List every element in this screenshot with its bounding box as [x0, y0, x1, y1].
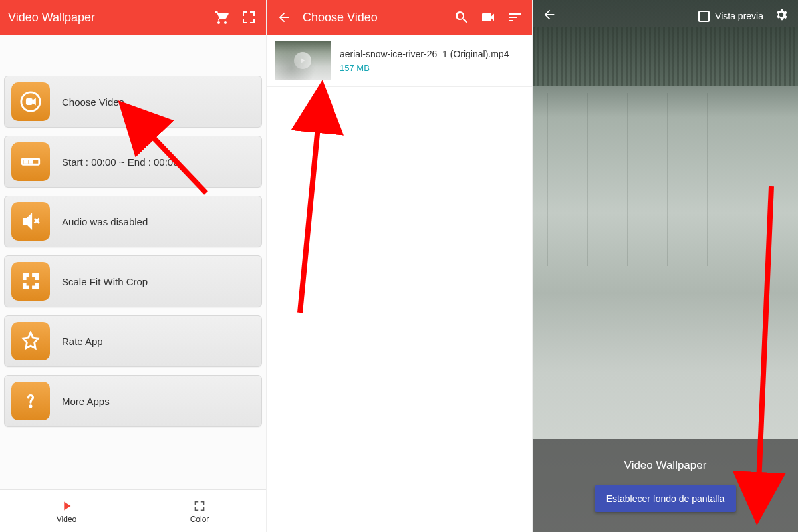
menu-more-apps[interactable]: More Apps [4, 375, 262, 427]
menu-label: Choose Video [62, 96, 124, 108]
preview-footer: Video Wallpaper Establecer fondo de pant… [533, 439, 798, 532]
checkbox-icon [698, 11, 710, 22]
back-icon[interactable] [542, 7, 557, 25]
app-title: Video Wallpaper [8, 11, 205, 25]
wallpaper-preview-image [533, 93, 798, 266]
tab-color[interactable]: Color [133, 490, 266, 532]
menu-label: Scale Fit With Crop [62, 276, 148, 287]
video-thumbnail [275, 41, 331, 80]
video-list-item[interactable]: aerial-snow-ice-river-26_1 (Original).mp… [267, 35, 532, 87]
menu-choose-video[interactable]: Choose Video [4, 76, 262, 128]
menu-label: Audio was disabled [62, 216, 148, 227]
play-icon [294, 52, 311, 69]
screen-main-settings: Video Wallpaper Choose Video Start : 00:… [0, 0, 266, 532]
svg-rect-3 [24, 160, 28, 163]
menu-scale[interactable]: Scale Fit With Crop [4, 255, 262, 307]
set-wallpaper-button[interactable]: Establecer fondo de pantalla [595, 485, 736, 512]
svg-point-5 [29, 405, 32, 408]
app-header: Choose Video [267, 0, 532, 35]
settings-icon[interactable] [774, 7, 789, 25]
settings-list: Choose Video Start : 00:00 ~ End : 00:00… [0, 35, 266, 489]
fullscreen-icon[interactable] [239, 8, 258, 27]
menu-rate[interactable]: Rate App [4, 315, 262, 367]
video-size: 157 MB [340, 63, 509, 73]
scale-icon [11, 262, 50, 301]
preview-checkbox[interactable]: Vista previa [698, 11, 763, 22]
menu-label: More Apps [62, 396, 110, 407]
camera-icon [11, 82, 50, 121]
svg-rect-4 [30, 160, 33, 163]
menu-trim[interactable]: Start : 00:00 ~ End : 00:00 [4, 136, 262, 188]
back-icon[interactable] [275, 8, 293, 27]
tab-label: Color [190, 515, 209, 524]
sort-icon[interactable] [505, 8, 524, 27]
preview-label: Vista previa [715, 11, 763, 21]
mute-icon [11, 202, 50, 241]
tab-label: Video [57, 515, 76, 524]
preview-header: Vista previa [533, 0, 798, 32]
bottom-tabs: Video Color [0, 489, 266, 532]
cart-icon[interactable] [213, 8, 231, 27]
footer-title: Video Wallpaper [624, 459, 707, 472]
wallpaper-preview-image [533, 27, 798, 86]
question-icon [11, 382, 50, 420]
app-header: Video Wallpaper [0, 0, 266, 35]
star-icon [11, 322, 50, 360]
svg-rect-1 [27, 99, 33, 105]
menu-label: Start : 00:00 ~ End : 00:00 [62, 156, 179, 168]
video-name: aerial-snow-ice-river-26_1 (Original).mp… [340, 49, 509, 59]
screen-choose-video: Choose Video aerial-snow-ice-river-26_1 … [266, 0, 532, 532]
tab-video[interactable]: Video [0, 490, 133, 532]
timeline-icon [11, 142, 50, 181]
menu-audio[interactable]: Audio was disabled [4, 196, 262, 247]
search-icon[interactable] [452, 8, 471, 27]
videocam-icon[interactable] [479, 8, 497, 27]
video-list: aerial-snow-ice-river-26_1 (Original).mp… [267, 35, 532, 532]
header-title: Choose Video [303, 11, 444, 25]
menu-label: Rate App [62, 336, 103, 347]
video-info: aerial-snow-ice-river-26_1 (Original).mp… [340, 49, 509, 73]
screen-preview: Vista previa Video Wallpaper Establecer … [532, 0, 798, 532]
